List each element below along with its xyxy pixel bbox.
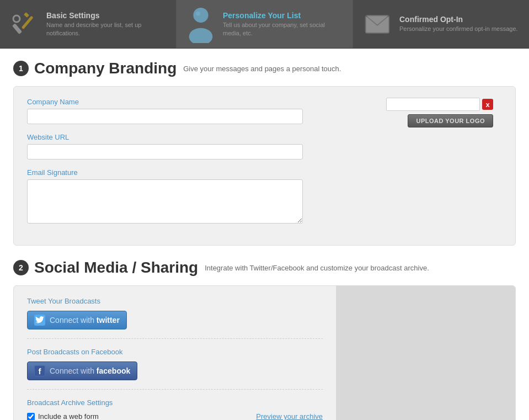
nav-personalize-list[interactable]: Personalize Your List Tell us about your… [177,0,353,48]
tweet-broadcasts-title: Tweet Your Broadcasts [27,297,323,305]
person-icon [185,9,216,40]
connect-twitter-button[interactable]: Connect with twitter [27,311,127,329]
include-web-form-label: Include a web form [38,412,99,420]
svg-rect-3 [24,12,29,18]
email-signature-textarea[interactable] [27,179,303,224]
svg-rect-2 [22,15,34,29]
section1-header: 1 Company Branding Give your messages an… [13,60,516,77]
upload-logo-button[interactable]: UPLOAD YOUR LOGO [408,114,493,127]
svg-rect-0 [12,23,22,34]
email-signature-label: Email Signature [27,168,502,177]
section1-number: 1 [13,61,29,76]
facebook-button-text: Connect with facebook [50,366,130,375]
nav-basic-settings[interactable]: Basic Settings Name and describe your li… [0,0,177,48]
preview-archive-link[interactable]: Preview your archive [256,412,323,420]
twitter-bird-icon [34,315,45,326]
svg-point-1 [13,15,20,22]
tweet-broadcasts-section: Tweet Your Broadcasts Connect with twitt… [27,297,323,339]
logo-filename-row: x [386,98,493,111]
email-signature-group: Email Signature [27,168,502,225]
include-web-form-checkbox[interactable] [27,413,35,421]
facebook-f-icon: f [34,365,45,376]
nav-personalize-text: Personalize Your List Tell us about your… [223,11,344,37]
broadcast-archive-section: Broadcast Archive Settings Include a web… [27,398,323,420]
social-media-left: Tweet Your Broadcasts Connect with twitt… [14,286,336,420]
section2-title: Social Media / Sharing [34,259,198,277]
archive-left: Include a web form [27,412,99,420]
social-media-card: Tweet Your Broadcasts Connect with twitt… [13,285,516,420]
mail-icon [362,9,393,40]
post-broadcasts-title: Post Broadcasts on Facebook [27,348,323,356]
nav-confirmed-text: Confirmed Opt-In Personalize your confir… [399,15,518,33]
top-navigation: Basic Settings Name and describe your li… [0,0,529,49]
twitter-button-text: Connect with twitter [50,316,120,325]
svg-rect-9 [366,16,388,32]
company-branding-card: Company Name Website URL Email Signature… [13,86,516,246]
logo-close-button[interactable]: x [482,99,493,110]
tools-icon [9,9,40,40]
connect-facebook-button[interactable]: f Connect with facebook [27,361,137,380]
nav-basic-settings-text: Basic Settings Name and describe your li… [46,11,167,37]
social-media-right-panel [336,286,515,420]
website-url-input[interactable] [27,144,303,160]
svg-point-4 [193,7,208,22]
archive-row: Include a web form Preview your archive [27,412,323,420]
svg-point-6 [196,11,200,15]
broadcast-archive-title: Broadcast Archive Settings [27,398,323,407]
svg-point-5 [189,28,213,42]
nav-confirmed-optin[interactable]: Confirmed Opt-In Personalize your confir… [353,0,529,48]
logo-filename-input[interactable] [386,98,480,111]
post-broadcasts-section: Post Broadcasts on Facebook f Connect wi… [27,348,323,390]
website-url-label: Website URL [27,133,502,141]
section1-desc: Give your messages and pages a personal … [183,65,341,73]
main-content: 1 Company Branding Give your messages an… [0,49,529,420]
section2-header: 2 Social Media / Sharing Integrate with … [13,259,516,277]
company-name-input[interactable] [27,109,303,124]
logo-upload-area: x UPLOAD YOUR LOGO [386,98,493,127]
section1-title: Company Branding [34,60,177,77]
section2-number: 2 [13,260,29,275]
section2-desc: Integrate with Twitter/Facebook and cust… [205,264,429,272]
website-url-group: Website URL [27,133,502,160]
